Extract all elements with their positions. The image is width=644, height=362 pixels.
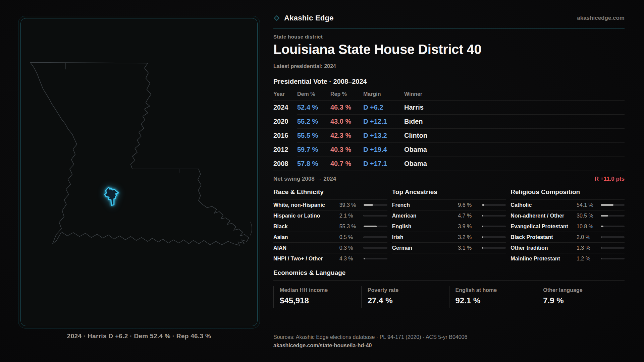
demo-value: 3.2 % <box>458 234 482 240</box>
cell-year: 2024 <box>273 101 297 115</box>
demo-label: Non-adherent / Other <box>511 213 577 219</box>
stat-label: Other language <box>543 287 625 293</box>
permalink[interactable]: akashicedge.com/state-house/la-hd-40 <box>273 343 372 349</box>
content-panel: Akashic Edge akashicedge.com State house… <box>273 12 625 351</box>
demo-label: Asian <box>273 234 339 240</box>
demo-value: 1.2 % <box>577 256 601 262</box>
demo-bar-track <box>601 236 625 238</box>
stat-value: 27.4 % <box>368 296 449 305</box>
cell-margin: D +19.4 <box>363 143 404 157</box>
demo-value: 2.0 % <box>577 234 601 240</box>
demo-value: 4.7 % <box>458 213 482 219</box>
demo-bar-fill <box>364 258 365 259</box>
demo-bar-track <box>364 226 387 227</box>
col-header-winner: Winner <box>404 90 625 101</box>
demo-label: American <box>392 213 458 219</box>
demo-value: 3.1 % <box>458 245 482 251</box>
brand-name: Akashic Edge <box>284 14 334 22</box>
demographics-column: Religious Composition Catholic 54.1 % No… <box>511 188 625 264</box>
footer: Sources: Akashic Edge elections database… <box>273 330 625 349</box>
list-item: White, non-Hispanic 39.3 % <box>273 200 387 210</box>
demo-label: Other tradition <box>511 245 577 251</box>
footer-divider <box>273 330 429 330</box>
cell-winner: Obama <box>404 157 625 171</box>
cell-rep-pct: 42.3 % <box>330 129 363 143</box>
cell-year: 2012 <box>273 143 297 157</box>
demo-bar-fill <box>482 204 484 206</box>
sources-line: Sources: Akashic Edge elections database… <box>273 334 625 340</box>
cell-rep-pct: 40.3 % <box>330 143 363 157</box>
cell-dem-pct: 52.4 % <box>297 101 330 115</box>
demo-bar-fill <box>601 258 601 259</box>
list-item: Asian 0.5 % <box>273 232 387 243</box>
demo-bar-track <box>601 204 625 206</box>
demo-bar-fill <box>364 204 373 206</box>
col-header-dem: Dem % <box>297 90 330 101</box>
list-item: German 3.1 % <box>392 243 506 253</box>
list-item: Non-adherent / Other 30.5 % <box>511 210 625 221</box>
cell-rep-pct: 46.3 % <box>330 101 363 115</box>
demo-bar-fill <box>601 204 613 206</box>
demo-bar-track <box>601 258 625 259</box>
stat-value: $45,918 <box>280 296 361 305</box>
stat-card: Other language 7.9 % <box>537 286 625 308</box>
demo-bar-track <box>482 236 506 238</box>
cell-year: 2020 <box>273 115 297 129</box>
demo-bar-track <box>601 215 625 217</box>
demo-value: 4.3 % <box>339 256 364 262</box>
demo-bar-fill <box>364 226 377 227</box>
list-item: Irish 3.2 % <box>392 232 506 243</box>
list-item: French 9.6 % <box>392 200 506 210</box>
list-item: Evangelical Protestant 10.8 % <box>511 221 625 232</box>
demo-label: French <box>392 202 458 208</box>
stat-value: 92.1 % <box>455 296 537 305</box>
list-item: American 4.7 % <box>392 210 506 221</box>
cell-margin: D +12.1 <box>363 115 404 129</box>
cell-dem-pct: 55.5 % <box>297 129 330 143</box>
cell-winner: Obama <box>404 143 625 157</box>
demo-bar-track <box>601 226 625 227</box>
demographics-column: Race & Ethnicity White, non-Hispanic 39.… <box>273 188 387 264</box>
stat-label: Median HH income <box>280 287 361 293</box>
cell-margin: D +13.2 <box>363 129 404 143</box>
demo-bar-fill <box>601 236 601 238</box>
net-swing-value: R +11.0 pts <box>595 176 625 182</box>
table-row: 2008 57.8 % 40.7 % D +17.1 Obama <box>273 157 625 171</box>
site-domain-link[interactable]: akashicedge.com <box>577 15 625 21</box>
demo-label: Evangelical Protestant <box>511 224 577 230</box>
demo-bar-fill <box>482 247 483 249</box>
table-header-row: Year Dem % Rep % Margin Winner <box>273 90 625 101</box>
diamond-icon <box>274 15 280 21</box>
brand: Akashic Edge <box>273 14 334 22</box>
louisiana-map <box>21 18 257 326</box>
list-item: Black 55.3 % <box>273 221 387 232</box>
list-item: Mainline Protestant 1.2 % <box>511 253 625 264</box>
demo-value: 0.5 % <box>339 234 364 240</box>
demo-bar-fill <box>364 236 364 238</box>
demo-bar-track <box>482 226 506 227</box>
demo-bar-track <box>482 215 506 217</box>
demo-bar-track <box>364 204 387 206</box>
net-swing-row: Net swing 2008 → 2024 R +11.0 pts <box>273 176 625 182</box>
district-40-shape[interactable] <box>105 187 118 205</box>
col-header-year: Year <box>273 90 297 101</box>
election-table-body: 2024 52.4 % 46.3 % D +6.2 Harris 2020 55… <box>273 101 625 171</box>
demo-value: 9.6 % <box>458 202 482 208</box>
table-row: 2024 52.4 % 46.3 % D +6.2 Harris <box>273 101 625 115</box>
demo-bar-fill <box>482 236 483 238</box>
list-item: AIAN 0.3 % <box>273 243 387 253</box>
list-item: Black Protestant 2.0 % <box>511 232 625 243</box>
demo-bar-track <box>364 258 387 259</box>
stat-value: 7.9 % <box>543 296 625 305</box>
demo-bar-track <box>364 236 387 238</box>
demo-value: 30.5 % <box>577 213 601 219</box>
cell-winner: Biden <box>404 115 625 129</box>
cell-winner: Clinton <box>404 129 625 143</box>
stat-card: Poverty rate 27.4 % <box>361 286 449 308</box>
demo-value: 3.9 % <box>458 224 482 230</box>
demographics-rows: Catholic 54.1 % Non-adherent / Other 30.… <box>511 200 625 264</box>
demo-bar-fill <box>364 215 364 217</box>
demo-value: 54.1 % <box>577 202 601 208</box>
stat-card: English at home 92.1 % <box>449 286 537 308</box>
demo-bar-fill <box>601 247 601 249</box>
